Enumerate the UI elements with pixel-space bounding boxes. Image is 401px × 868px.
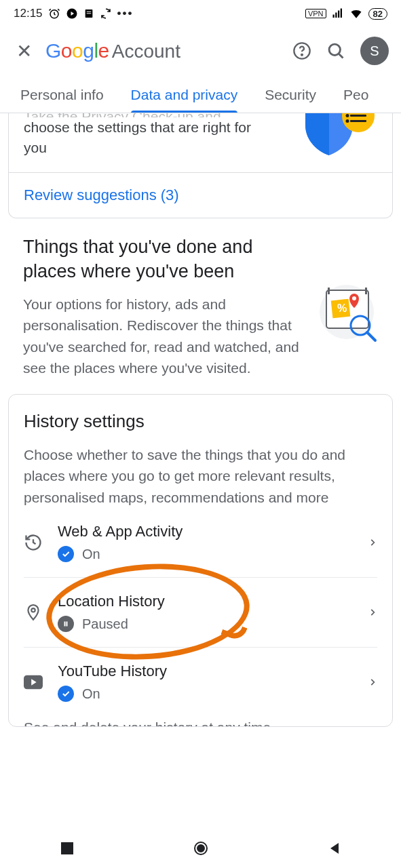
youtube-history-title: YouTube History [58, 663, 353, 680]
battery-indicator: 82 [368, 8, 387, 20]
svg-point-28 [31, 608, 35, 612]
avatar[interactable]: S [360, 37, 389, 65]
logo-account-text: Account [112, 41, 180, 62]
svg-rect-7 [338, 11, 339, 18]
chevron-right-icon [368, 605, 377, 620]
search-icon[interactable] [326, 41, 345, 60]
history-settings-card: History settings Choose whether to save … [8, 394, 393, 728]
sync-icon [100, 7, 112, 20]
chevron-right-icon [368, 535, 377, 551]
history-clock-icon [24, 533, 43, 552]
check-on-icon [58, 686, 74, 702]
tab-people[interactable]: Peo [343, 87, 368, 113]
svg-rect-3 [86, 12, 91, 12]
history-desc: Choose whether to save the things that y… [24, 444, 377, 509]
svg-rect-21 [328, 288, 330, 294]
pause-icon [58, 616, 74, 632]
tab-personal-info[interactable]: Personal info [20, 87, 104, 113]
svg-text:%: % [337, 302, 347, 314]
things-title: Things that you've done and places where… [23, 235, 294, 284]
checkup-shield-icon [305, 113, 380, 161]
svg-rect-6 [335, 13, 337, 18]
google-account-logo: Google Account [45, 39, 279, 62]
youtube-history-row[interactable]: YouTube History On [24, 648, 377, 717]
history-cutoff-text: See and delete your history at any time [24, 717, 377, 726]
svg-point-25 [352, 296, 356, 300]
svg-point-11 [329, 44, 340, 55]
nav-home-button[interactable] [193, 840, 209, 856]
close-button[interactable]: ✕ [16, 40, 32, 62]
alarm-icon [48, 7, 60, 20]
privacy-checkup-card: Take the Privacy Check-up and choose the… [8, 113, 393, 218]
youtube-icon [24, 675, 43, 690]
web-activity-title: Web & App Activity [58, 523, 353, 540]
web-activity-status: On [82, 547, 100, 562]
status-bar: 12:15 ••• VPN 82 [0, 0, 401, 27]
chevron-right-icon [368, 675, 377, 690]
web-app-activity-row[interactable]: Web & App Activity On [24, 508, 377, 578]
svg-rect-14 [350, 115, 366, 117]
more-icon: ••• [117, 7, 134, 20]
nav-recent-button[interactable] [59, 840, 75, 856]
check-on-icon [58, 546, 74, 562]
wifi-icon [349, 7, 363, 20]
avatar-letter: S [370, 43, 379, 59]
location-history-status: Paused [82, 616, 128, 632]
calendar-illustration-icon: % [318, 283, 379, 347]
svg-rect-8 [340, 9, 341, 18]
help-icon[interactable] [292, 41, 311, 60]
status-time: 12:15 [14, 7, 43, 20]
svg-rect-22 [365, 288, 367, 294]
svg-rect-5 [332, 15, 334, 18]
play-icon [66, 7, 78, 20]
android-nav-bar [0, 829, 401, 868]
tab-data-privacy[interactable]: Data and privacy [131, 87, 238, 113]
youtube-history-status: On [82, 686, 100, 702]
svg-point-17 [346, 114, 349, 117]
location-history-title: Location History [58, 593, 353, 610]
svg-rect-15 [350, 120, 366, 122]
svg-rect-4 [86, 13, 91, 14]
location-pin-icon [24, 604, 43, 621]
svg-line-27 [367, 332, 375, 340]
svg-rect-29 [64, 622, 66, 627]
history-title: History settings [24, 411, 377, 432]
svg-point-34 [197, 845, 204, 852]
svg-point-10 [301, 54, 303, 56]
svg-rect-30 [66, 622, 68, 627]
svg-rect-32 [61, 842, 73, 854]
tabs: Personal info Data and privacy Security … [0, 75, 401, 113]
location-history-row[interactable]: Location History Paused [24, 578, 377, 648]
nav-back-button[interactable] [326, 840, 343, 856]
things-section: Things that you've done and places where… [8, 218, 393, 384]
review-suggestions-link[interactable]: Review suggestions (3) [9, 172, 392, 218]
things-desc: Your options for history, ads and person… [23, 294, 308, 379]
vpn-indicator: VPN [305, 9, 326, 18]
signal-icon [332, 7, 344, 20]
checkup-body-text: choose the settings that are right for y… [24, 117, 268, 159]
note-icon [83, 8, 94, 19]
app-header: ✕ Google Account S [0, 27, 401, 75]
tab-security[interactable]: Security [265, 87, 316, 113]
svg-point-18 [346, 119, 349, 123]
